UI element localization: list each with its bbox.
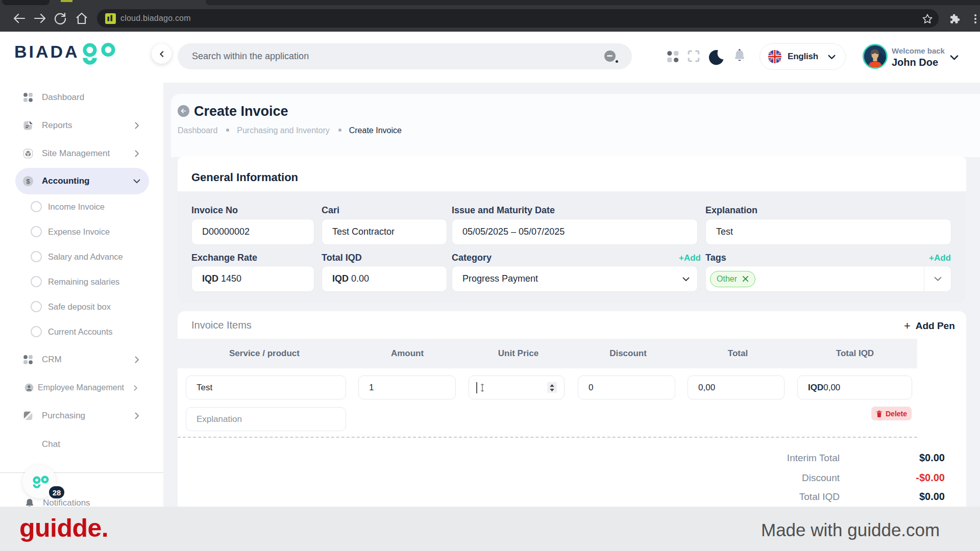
svg-text:$: $: [26, 178, 30, 185]
